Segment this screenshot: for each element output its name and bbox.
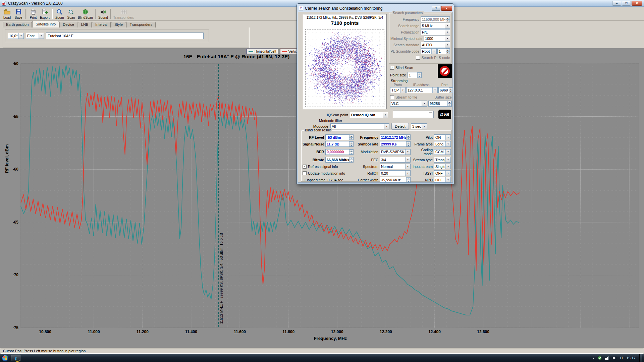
spin-down-icon[interactable]: ▼	[406, 180, 410, 183]
chevron-down-icon[interactable]: ▼	[422, 124, 427, 129]
carrier-width-value[interactable]: 35,998 MHz▲▼	[380, 177, 411, 183]
maximize-button[interactable]: □	[622, 1, 631, 6]
direction-select[interactable]: East▼	[26, 33, 44, 39]
start-button[interactable]	[0, 354, 10, 362]
spin-down-icon[interactable]: ▼	[406, 137, 410, 140]
chevron-down-icon[interactable]: ▼	[432, 87, 437, 93]
modcode-select[interactable]: All▼	[330, 123, 389, 129]
blindscan-button[interactable]: BlindScan	[77, 7, 94, 20]
spin-down-icon[interactable]: ▼	[446, 51, 450, 54]
tab-satellite-info[interactable]: Satellite info	[32, 21, 59, 27]
spin-up-icon[interactable]: ▲	[446, 17, 450, 19]
chevron-down-icon[interactable]: ▼	[445, 23, 450, 28]
min-symbol-rate-select[interactable]: 1000▼	[424, 36, 450, 42]
internet-explorer-button[interactable]: e	[11, 355, 20, 361]
satellite-name-input[interactable]: Eutelsat 16A° E	[46, 33, 204, 39]
pl-scramble-value-input[interactable]: 1▲▼	[437, 48, 450, 54]
blind-scan-checkbox[interactable]: ✓	[390, 66, 394, 70]
spin-up-icon[interactable]: ▲	[406, 141, 410, 144]
print-button[interactable]: Print	[28, 7, 39, 20]
result-frequency-value[interactable]: 11512,172 MHz▲▼	[380, 134, 411, 140]
tab-earth-position[interactable]: Earth position	[3, 22, 32, 27]
chevron-down-icon[interactable]: ▼	[445, 135, 450, 140]
spin-up-icon[interactable]: ▲	[349, 157, 353, 160]
spinner-buttons[interactable]: ▲▼	[417, 72, 421, 78]
tab-interval[interactable]: Interval	[92, 22, 111, 27]
chevron-down-icon[interactable]: ▼	[18, 33, 23, 39]
chevron-down-icon[interactable]: ▼	[422, 101, 427, 106]
chevron-down-icon[interactable]: ▼	[445, 36, 450, 41]
proto-select[interactable]: TCP▼	[390, 87, 406, 93]
frame-type-select[interactable]: Long▼	[434, 141, 451, 147]
safely-remove-icon[interactable]	[598, 356, 602, 360]
chevron-down-icon[interactable]: ▼	[431, 49, 436, 54]
spin-down-icon[interactable]: ▼	[349, 160, 353, 163]
spinner-buttons[interactable]: ▲▼	[349, 135, 353, 140]
spin-up-icon[interactable]: ▲	[447, 101, 451, 104]
chevron-down-icon[interactable]: ▼	[445, 177, 450, 182]
spinner-buttons[interactable]: ▲▼	[406, 177, 410, 182]
chevron-down-icon[interactable]: ▼	[383, 112, 388, 118]
volume-icon[interactable]	[612, 356, 617, 360]
spinner-buttons[interactable]: ▲▼	[349, 141, 353, 146]
spin-down-icon[interactable]: ▼	[417, 75, 421, 78]
refresh-signal-checkbox[interactable]: ✓	[303, 165, 307, 169]
polarization-select[interactable]: H/L▼	[421, 29, 450, 35]
update-modulation-checkbox[interactable]	[303, 171, 307, 175]
tab-device[interactable]: Device	[59, 22, 77, 27]
npd-select[interactable]: OFF▼	[434, 177, 451, 183]
symbol-rate-value[interactable]: 29999 Ks▲▼	[380, 141, 411, 147]
chevron-down-icon[interactable]: ▼	[405, 149, 410, 155]
fec-select[interactable]: 3/4▼	[380, 157, 411, 163]
chevron-down-icon[interactable]: ▼	[445, 29, 450, 35]
chevron-down-icon[interactable]: ▼	[384, 124, 389, 129]
chevron-down-icon[interactable]: ▼	[39, 33, 44, 39]
ip-address-select[interactable]: 127.0.0.1▼	[406, 87, 438, 93]
spectrum-select[interactable]: Normal▼	[380, 164, 411, 169]
search-pls-checkbox[interactable]	[416, 56, 420, 60]
save-button[interactable]: Save	[13, 7, 24, 20]
tab-transponders[interactable]: Transponders	[126, 22, 156, 27]
chevron-down-icon[interactable]: ▼	[445, 164, 450, 169]
dialog-close-button[interactable]: ×	[441, 6, 452, 11]
spin-up-icon[interactable]: ▲	[446, 49, 450, 51]
point-size-input[interactable]: 1▲▼	[408, 72, 422, 78]
orbital-position-select[interactable]: 16,0°▼	[8, 33, 24, 39]
spinner-buttons[interactable]: ▲▼	[406, 141, 410, 146]
spin-up-icon[interactable]: ▲	[406, 177, 410, 180]
spin-down-icon[interactable]: ▼	[446, 19, 450, 22]
modulation-select[interactable]: DVB-S2/8PSK▼	[380, 149, 411, 155]
chevron-down-icon[interactable]: ▼	[445, 141, 450, 146]
network-icon[interactable]	[605, 356, 609, 360]
chevron-down-icon[interactable]: ▼	[400, 87, 405, 93]
chevron-down-icon[interactable]: ▼	[405, 164, 410, 169]
ber-value[interactable]: 0,0000000▲▼	[325, 149, 354, 155]
hidden-icons-chevron[interactable]: ▲	[592, 357, 595, 359]
iqscan-point-select[interactable]: Demod IQ out▼	[350, 112, 388, 118]
spin-up-icon[interactable]: ▲	[349, 141, 353, 144]
rf-level-value[interactable]: -53 dBm▲▼	[325, 134, 354, 140]
carrier-width-label[interactable]: Carrier width	[355, 178, 378, 182]
buffer-size-input[interactable]: 96256▲▼	[428, 101, 452, 107]
load-button[interactable]: Load	[1, 7, 13, 20]
signal-noise-value[interactable]: 11,7 dB▲▼	[325, 141, 354, 147]
spin-up-icon[interactable]: ▲	[449, 87, 453, 90]
spin-up-icon[interactable]: ▲	[349, 135, 353, 137]
chevron-down-icon[interactable]: ▼	[445, 149, 450, 155]
close-button[interactable]: ×	[632, 1, 642, 6]
chevron-down-icon[interactable]: ▼	[405, 157, 410, 162]
chevron-down-icon[interactable]: ▼	[445, 42, 450, 48]
chevron-down-icon[interactable]: ▼	[445, 171, 450, 176]
spin-down-icon[interactable]: ▼	[349, 152, 353, 155]
spinner-buttons[interactable]: ▲▼	[406, 135, 410, 140]
spin-down-icon[interactable]: ▼	[406, 144, 410, 147]
pl-scramble-mode-select[interactable]: Root▼	[421, 48, 437, 54]
sound-button[interactable]: Sound	[97, 7, 109, 20]
spin-down-icon[interactable]: ▼	[447, 104, 451, 106]
clock[interactable]: 15:17	[626, 356, 636, 360]
player-select[interactable]: VLC▼	[390, 101, 427, 107]
search-frequency-input[interactable]: 11509,000 MHz▲▼	[421, 16, 450, 22]
language-indicator[interactable]: IT	[620, 356, 624, 360]
tab-style[interactable]: Style	[111, 22, 126, 27]
help-button[interactable]: ?	[432, 6, 440, 11]
